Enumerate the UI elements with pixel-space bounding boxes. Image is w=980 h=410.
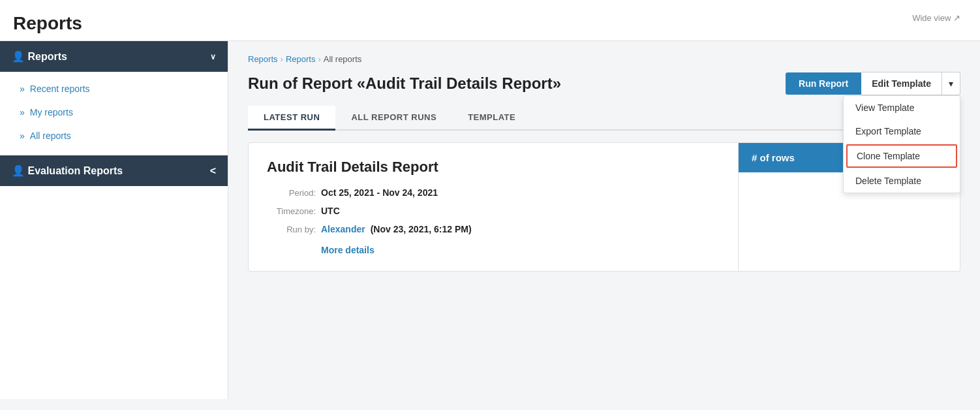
person-icon: 👤 [12,51,25,62]
period-label: Period: [267,188,316,198]
report-title: Run of Report «Audit Trail Details Repor… [248,74,561,93]
dropdown-item-view-template[interactable]: View Template [844,96,960,119]
wide-view-button[interactable]: Wide view ↗ [912,13,960,23]
sidebar-section-evaluation-reports[interactable]: 👤 Evaluation Reports < [0,155,228,186]
sidebar-item-label: Recent reports [30,84,90,94]
bullet-icon: » [20,131,25,141]
sidebar-bottom-chevron-icon: < [210,165,216,177]
breadcrumb-sep-2: › [318,54,320,64]
more-details-row: More details [267,242,720,255]
run-by-row: Run by: Alexander (Nov 23, 2021, 6:12 PM… [267,224,720,234]
breadcrumb-reports-1[interactable]: Reports [248,54,278,64]
bullet-icon: » [20,84,25,94]
dropdown-item-clone-template[interactable]: Clone Template [846,144,957,168]
sidebar-item-my-reports[interactable]: » My reports [0,101,228,124]
sidebar-section-label: Reports [27,51,67,62]
sidebar-items: » Recent reports » My reports » All repo… [0,72,228,153]
period-value: Oct 25, 2021 - Nov 24, 2021 [321,187,438,198]
more-details-link[interactable]: More details [321,245,375,255]
sidebar-bottom-section-icon: 👤 Evaluation Reports [12,165,123,177]
run-report-button[interactable]: Run Report [786,72,861,95]
edit-template-dropdown-menu: View Template Export Template Clone Temp… [843,95,960,193]
report-card-title: Audit Trail Details Report [267,159,720,176]
breadcrumb: Reports › Reports › All reports [248,54,960,64]
dropdown-item-delete-template[interactable]: Delete Template [844,169,960,193]
sidebar-item-label: All reports [30,131,71,141]
period-row: Period: Oct 25, 2021 - Nov 24, 2021 [267,187,720,198]
sidebar-item-all-reports[interactable]: » All reports [0,124,228,148]
run-by-label: Run by: [267,225,316,234]
sidebar: 👤 Reports ∨ » Recent reports » My report… [0,41,228,399]
sidebar-section-icon: 👤 Reports [12,50,67,63]
sidebar-item-label: My reports [30,107,73,118]
dropdown-item-export-template[interactable]: Export Template [844,119,960,143]
tab-latest-run[interactable]: LATEST RUN [248,106,335,131]
breadcrumb-sep-1: › [281,54,283,64]
tab-template[interactable]: TEMPLATE [452,106,531,131]
sidebar-chevron-icon: ∨ [210,52,216,61]
edit-template-dropdown-button[interactable]: ▾ [942,72,960,95]
page-header: Reports Wide view ↗ [0,0,980,41]
page-title: Reports [13,13,82,34]
timezone-label: Timezone: [267,206,316,216]
edit-template-button[interactable]: Edit Template [861,72,942,95]
timezone-value: UTC [321,206,340,216]
timezone-row: Timezone: UTC [267,206,720,216]
bullet-icon: » [20,107,25,118]
sidebar-section-reports[interactable]: 👤 Reports ∨ [0,41,228,72]
person-icon-2: 👤 [12,165,25,176]
sidebar-item-recent-reports[interactable]: » Recent reports [0,77,228,101]
run-by-link[interactable]: Alexander [321,224,365,234]
run-by-extra: (Nov 23, 2021, 6:12 PM) [371,224,472,234]
header-actions: Run Report Edit Template ▾ View Template… [786,72,960,95]
main-layout: 👤 Reports ∨ » Recent reports » My report… [0,41,980,399]
breadcrumb-current: All reports [324,54,362,64]
report-card-left: Audit Trail Details Report Period: Oct 2… [249,143,738,271]
tab-all-report-runs[interactable]: ALL REPORT RUNS [335,106,452,131]
breadcrumb-reports-2[interactable]: Reports [286,54,316,64]
content-header: Run of Report «Audit Trail Details Repor… [248,72,960,95]
sidebar-bottom-section-label: Evaluation Reports [27,165,123,176]
main-content: Reports › Reports › All reports Run of R… [228,41,980,399]
